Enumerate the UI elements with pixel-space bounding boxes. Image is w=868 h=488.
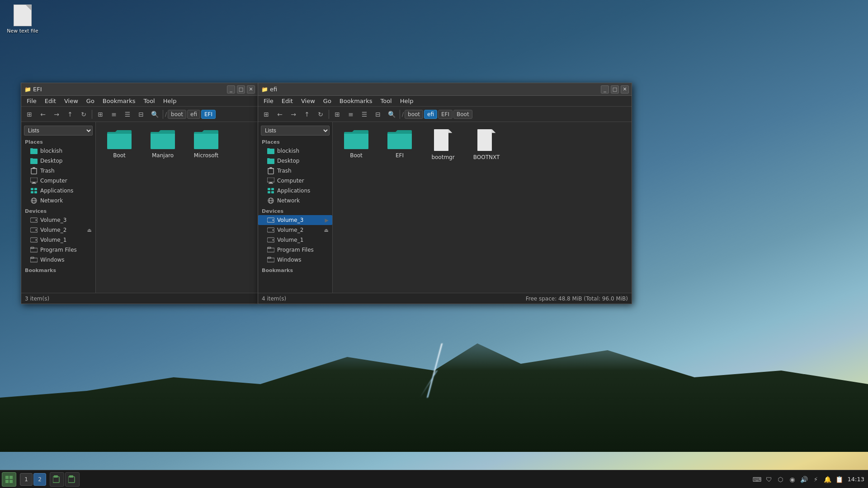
file-item-microsoft-1[interactable]: Microsoft [188, 127, 224, 160]
forward-button-2[interactable]: → [287, 108, 300, 120]
compact-view-button-2[interactable]: ⊟ [372, 108, 384, 120]
workspace-2[interactable]: 2 [33, 473, 46, 486]
new-tab-button-1[interactable]: ⊞ [23, 108, 36, 120]
sidebar-item-volume3-2[interactable]: Volume_3 ▶ [258, 215, 332, 225]
tray-icon-notifications[interactable]: 🔔 [823, 475, 832, 484]
sidebar-item-applications-1[interactable]: Applications [21, 186, 95, 196]
svg-rect-55 [69, 475, 73, 478]
bc-efi-2[interactable]: efi [424, 110, 437, 119]
bc-Boot-2[interactable]: Boot [453, 110, 472, 119]
tray-icon-power[interactable]: ⚡ [811, 475, 821, 484]
tray-icon-clipboard[interactable]: 📋 [835, 475, 844, 484]
refresh-button-2[interactable]: ↻ [314, 108, 327, 120]
sidebar-item-trash-2[interactable]: Trash [258, 166, 332, 176]
sidebar-item-windows-2[interactable]: Windows [258, 255, 332, 265]
up-button-2[interactable]: ↑ [301, 108, 313, 120]
sidebar-item-volume3-1[interactable]: Volume_3 [21, 215, 95, 225]
lists-select-1[interactable]: Lists [24, 126, 93, 136]
workspace-1[interactable]: 1 [20, 473, 33, 486]
tray-icon-shield[interactable]: 🛡 [764, 475, 774, 484]
taskbar-app-button-1[interactable] [2, 472, 16, 487]
bc-EFI-2[interactable]: EFI [438, 110, 453, 119]
sidebar-item-volume2-2[interactable]: Volume_2 ⏏ [258, 225, 332, 235]
menu-edit-1[interactable]: Edit [41, 97, 60, 105]
menu-view-1[interactable]: View [61, 97, 82, 105]
sidebar-item-applications-2[interactable]: Applications [258, 186, 332, 196]
svg-rect-24 [268, 168, 274, 169]
menu-help-1[interactable]: Help [160, 97, 180, 105]
desktop-icon-new-text-file[interactable]: New text file [5, 5, 41, 34]
sidebar-item-programfiles-2[interactable]: Program Files [258, 245, 332, 255]
fm-content-2: Lists Places blockish Desktop Tr [258, 122, 632, 293]
taskbar-files-icon-2[interactable] [65, 472, 80, 487]
sidebar-item-computer-2[interactable]: Computer [258, 176, 332, 186]
sidebar-item-network-2[interactable]: Network [258, 196, 332, 206]
sidebar-item-windows-1[interactable]: Windows [21, 255, 95, 265]
menu-bookmarks-2[interactable]: Bookmarks [336, 97, 376, 105]
bc-boot-1[interactable]: boot [168, 110, 186, 119]
new-tab-button-2[interactable]: ⊞ [260, 108, 273, 120]
breadcrumb-2: / boot efi EFI Boot [402, 110, 472, 119]
minimize-button-2[interactable]: _ [601, 85, 609, 94]
file-item-efi-2[interactable]: EFI [382, 127, 418, 162]
icon-view-button-1[interactable]: ⊞ [94, 108, 107, 120]
close-button-1[interactable]: ✕ [247, 85, 255, 94]
menu-tool-2[interactable]: Tool [377, 97, 395, 105]
svg-rect-46 [434, 129, 448, 151]
list-view-button-1[interactable]: ☰ [121, 108, 134, 120]
sidebar-item-computer-1[interactable]: Computer [21, 176, 95, 186]
minimize-button-1[interactable]: _ [227, 85, 235, 94]
sidebar-item-volume1-1[interactable]: Volume_1 [21, 235, 95, 245]
detail-view-button-1[interactable]: ≡ [108, 108, 120, 120]
file-item-boot-2[interactable]: Boot [338, 127, 374, 162]
sidebar-item-desktop-1[interactable]: Desktop [21, 156, 95, 166]
menu-go-1[interactable]: Go [83, 97, 98, 105]
maximize-button-2[interactable]: □ [611, 85, 619, 94]
refresh-button-1[interactable]: ↻ [77, 108, 90, 120]
menu-view-2[interactable]: View [297, 97, 319, 105]
compact-view-button-1[interactable]: ⊟ [135, 108, 147, 120]
file-item-manjaro-1[interactable]: Manjaro [145, 127, 181, 160]
menu-file-2[interactable]: File [260, 97, 277, 105]
sidebar-item-blockish-2[interactable]: blockish [258, 146, 332, 156]
sidebar-item-trash-1[interactable]: Trash [21, 166, 95, 176]
bc-EFI-1[interactable]: EFI [201, 110, 216, 119]
menu-bookmarks-1[interactable]: Bookmarks [99, 97, 139, 105]
tray-icon-audio[interactable]: ◉ [788, 475, 797, 484]
bc-boot-2[interactable]: boot [405, 110, 423, 119]
sidebar-item-network-1[interactable]: Network [21, 196, 95, 206]
detail-view-button-2[interactable]: ≡ [344, 108, 357, 120]
menu-help-2[interactable]: Help [396, 97, 417, 105]
lists-select-2[interactable]: Lists [261, 126, 330, 136]
list-view-button-2[interactable]: ☰ [358, 108, 371, 120]
sidebar-item-volume1-2[interactable]: Volume_1 [258, 235, 332, 245]
taskbar-files-icon[interactable] [50, 472, 64, 487]
menu-edit-2[interactable]: Edit [278, 97, 297, 105]
bc-efi-1[interactable]: efi [187, 110, 200, 119]
menu-file-1[interactable]: File [23, 97, 40, 105]
search-button-2[interactable]: 🔍 [385, 108, 398, 120]
title-bar-2[interactable]: 📁 efi _ □ ✕ [258, 83, 632, 96]
menu-tool-1[interactable]: Tool [140, 97, 158, 105]
title-bar-1[interactable]: 📁 EFI _ □ ✕ [21, 83, 258, 96]
back-button-2[interactable]: ← [274, 108, 286, 120]
sidebar-item-desktop-2[interactable]: Desktop [258, 156, 332, 166]
file-item-bootnxt-2[interactable]: BOOTNXT [468, 127, 505, 162]
svg-rect-26 [267, 178, 274, 182]
close-button-2[interactable]: ✕ [621, 85, 629, 94]
back-button-1[interactable]: ← [37, 108, 49, 120]
file-item-boot-1[interactable]: Boot [101, 127, 137, 160]
icon-view-button-2[interactable]: ⊞ [331, 108, 344, 120]
sidebar-item-volume2-1[interactable]: Volume_2 ⏏ [21, 225, 95, 235]
sidebar-item-blockish-1[interactable]: blockish [21, 146, 95, 156]
maximize-button-1[interactable]: □ [237, 85, 245, 94]
search-button-1[interactable]: 🔍 [148, 108, 161, 120]
tray-icon-keyboard[interactable]: ⌨ [753, 475, 762, 484]
sidebar-item-programfiles-1[interactable]: Program Files [21, 245, 95, 255]
menu-go-2[interactable]: Go [320, 97, 335, 105]
tray-icon-volume[interactable]: 🔊 [800, 475, 809, 484]
file-item-bootmgr-2[interactable]: bootmgr [425, 127, 461, 162]
tray-icon-network-tray[interactable]: ⬡ [776, 475, 785, 484]
up-button-1[interactable]: ↑ [64, 108, 76, 120]
forward-button-1[interactable]: → [50, 108, 63, 120]
